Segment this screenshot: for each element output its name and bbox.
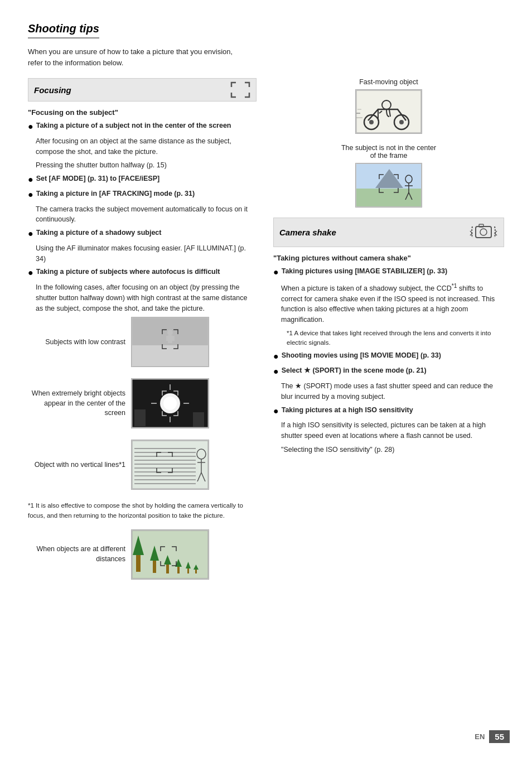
bullet-shadowy: ● Taking a picture of a shadowy subject [28,228,257,240]
bullet-dot-iso: ● [273,406,279,417]
svg-rect-39 [177,567,180,573]
bullet-footnote-ccd: *1 A device that takes light received th… [287,329,504,348]
svg-rect-5 [166,336,169,341]
svg-rect-66 [476,226,491,238]
bullet-autofocus-difficult: ● Taking a picture of subjects where aut… [28,267,257,279]
fast-moving-block: Fast-moving object [273,78,504,134]
image-row-vertical: Object with no vertical lines*1 [28,440,257,490]
svg-rect-68 [479,224,483,227]
focusing-section-header: Focusing [28,78,257,102]
focusing-subject-heading: "Focusing on the subject" [28,108,257,117]
left-column: Focusing "Focusing on the subject" ● Tak… [28,78,257,591]
bullet-dot-2: ● [28,174,33,186]
svg-rect-35 [153,561,156,573]
bullet-dot-1: ● [28,121,33,133]
bullet-af-tracking: ● Taking a picture in [AF TRACKING] mode… [28,189,257,201]
focus-bracket-icon [230,81,250,98]
bullet-sport: ● Select ★ (SPORT) in the scene mode (p.… [273,366,504,378]
svg-point-49 [399,120,404,124]
bright-image [131,378,209,428]
bullet-is-movie: ● Shooting movies using [IS MOVIE MODE] … [273,351,504,363]
camera-shake-icon [469,221,498,244]
svg-rect-43 [195,570,197,573]
fast-moving-label: Fast-moving object [359,78,418,86]
bright-label: When extremely bright objects appear in … [28,389,125,418]
bullet-dot-movie: ● [273,351,279,363]
right-column: Fast-moving object [273,78,504,591]
bullet-text-iso2: "Selecting the ISO sensitivity" (p. 28) [281,445,504,455]
subject-center-image [355,163,422,208]
svg-rect-37 [166,565,169,573]
bullet-text-4: Using the AF illuminator makes focusing … [36,243,257,264]
bullet-text-is: When a picture is taken of a shadowy sub… [281,282,504,325]
svg-rect-6 [172,336,175,341]
bullet-label-is: Taking pictures using [IMAGE STABILIZER]… [282,267,447,278]
camera-shake-section: Camera shake [273,218,504,455]
subject-center-block: The subject is not in the centerof the f… [273,144,504,208]
vertical-image [131,440,209,490]
svg-rect-15 [193,412,204,427]
image-row-bright: When extremely bright objects appear in … [28,378,257,428]
distances-image [131,529,209,580]
bullet-text-5: In the following cases, after focusing o… [36,282,257,314]
vertical-label: Object with no vertical lines*1 [28,460,125,470]
distances-label: When objects are at different distances [28,544,125,564]
bullet-high-iso: ● Taking pictures at a high ISO sensitiv… [273,406,504,417]
fast-moving-image [355,89,422,134]
bullet-label-movie: Shooting movies using [IS MOVIE MODE] (p… [282,351,441,363]
camera-shake-title: Camera shake [279,228,336,237]
bullet-dot-is: ● [273,267,279,278]
focusing-title: Focusing [34,85,71,95]
image-row-distances: When objects are at different distances [28,529,257,580]
bullet-dot-5: ● [28,267,33,279]
svg-point-47 [369,120,374,124]
bullet-text-1b: Pressing the shutter button halfway (p. … [36,160,257,171]
bullet-not-center: ● Taking a picture of a subject not in t… [28,121,257,133]
bullet-label-sport: Select ★ (SPORT) in the scene mode (p. 2… [282,366,427,378]
low-contrast-label: Subjects with low contrast [28,337,125,348]
svg-rect-33 [136,555,141,572]
page-title: Shooting tips [28,22,99,38]
bullet-text-sport: The ★ (SPORT) mode uses a fast shutter s… [281,381,504,402]
en-label: EN [475,732,485,741]
bullet-label-1: Taking a picture of a subject not in the… [36,121,231,133]
bullet-label-3: Taking a picture in [AF TRACKING] mode (… [36,189,195,201]
bullet-dot-sport: ● [273,366,279,378]
intro-text: When you are unsure of how to take a pic… [28,46,240,68]
svg-rect-14 [134,409,146,426]
image-row-low-contrast: Subjects with low contrast [28,317,257,367]
bullet-image-stabilizer: ● Taking pictures using [IMAGE STABILIZE… [273,267,504,278]
low-contrast-image [131,317,209,367]
bullet-label-4: Taking a picture of a shadowy subject [36,228,162,240]
bullet-dot-3: ● [28,189,33,201]
svg-rect-41 [187,568,189,573]
subject-center-label: The subject is not in the centerof the f… [341,144,436,160]
svg-point-3 [167,330,173,335]
bullet-label-iso: Taking pictures at a high ISO sensitivit… [282,406,413,417]
camera-shake-header: Camera shake [273,218,504,247]
svg-rect-1 [132,345,208,366]
page-number: 55 [489,730,510,743]
page: Shooting tips When you are unsure of how… [0,0,532,757]
bullet-text-3: The camera tracks the subject movement a… [36,204,257,225]
page-number-bar: EN 55 [475,730,510,743]
svg-point-9 [163,397,177,410]
svg-point-67 [480,229,487,235]
bullet-label-2: Set [AF MODE] (p. 31) to [FACE/iESP] [36,174,160,186]
bullet-dot-4: ● [28,228,33,240]
bullet-text-1: After focusing on an object at the same … [36,136,257,157]
camera-shake-subheading: "Taking pictures without camera shake" [273,254,504,262]
bullet-label-5: Taking a picture of subjects where autof… [36,267,220,279]
bullet-text-iso: If a high ISO sensitivity is selected, p… [281,420,504,441]
bullet-af-mode: ● Set [AF MODE] (p. 31) to [FACE/iESP] [28,174,257,186]
svg-rect-16 [132,441,208,489]
footnote: *1 It is also effective to compose the s… [28,501,245,520]
